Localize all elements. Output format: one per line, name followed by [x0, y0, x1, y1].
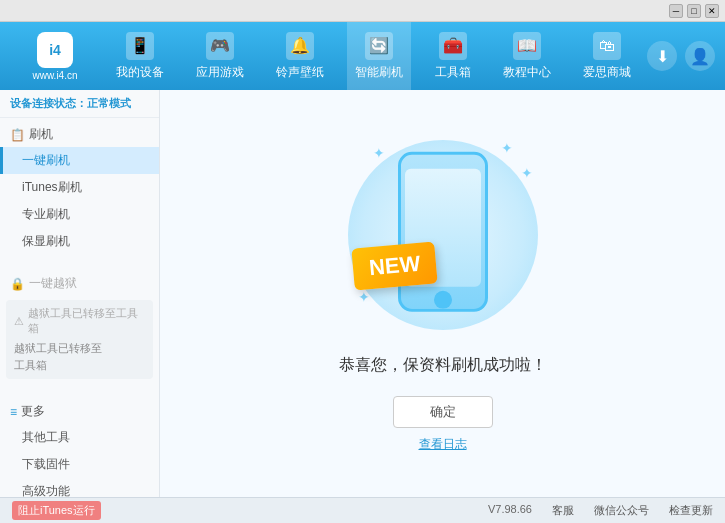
sidebar: 设备连接状态：正常模式 📋 刷机 一键刷机 iTunes刷机 专业刷机 保显刷机…: [0, 90, 160, 497]
nav-item-toolbox[interactable]: 🧰 工具箱: [427, 22, 479, 90]
nav-item-store[interactable]: 🛍 爱思商城: [575, 22, 639, 90]
nav-label-apps-games: 应用游戏: [196, 64, 244, 81]
flash-section-header: 📋 刷机: [0, 122, 159, 147]
status-value: 正常模式: [87, 97, 131, 109]
jailbreak-notice-title: ⚠ 越狱工具已转移至工具箱: [14, 306, 145, 336]
phone-home-btn: [434, 291, 452, 309]
sidebar-section-more: ≡ 更多 其他工具 下载固件 高级功能: [0, 395, 159, 497]
apps-games-icon: 🎮: [206, 32, 234, 60]
nav-items: 📱 我的设备 🎮 应用游戏 🔔 铃声壁纸 🔄 智能刷机 🧰 工具箱 📖 教程中心…: [100, 22, 647, 90]
store-icon: 🛍: [593, 32, 621, 60]
jailbreak-notice: ⚠ 越狱工具已转移至工具箱 越狱工具已转移至 工具箱: [6, 300, 153, 379]
footer-wechat[interactable]: 微信公众号: [594, 503, 649, 518]
star-3: ✦: [358, 289, 370, 305]
more-section-title: 更多: [21, 403, 45, 420]
nav-label-tutorial: 教程中心: [503, 64, 551, 81]
title-bar: ─ □ ✕: [0, 0, 725, 22]
flash-section-title: 刷机: [29, 126, 53, 143]
tutorial-icon: 📖: [513, 32, 541, 60]
footer: 阻止iTunes运行 V7.98.66 客服 微信公众号 检查更新: [0, 497, 725, 523]
content-area: ✦ ✦ ✦ ✦ NEW 恭喜您，保资料刷机成功啦！ 确定 查看日志: [160, 90, 725, 497]
maximize-btn[interactable]: □: [687, 4, 701, 18]
ringtone-icon: 🔔: [286, 32, 314, 60]
nav-label-ringtone: 铃声壁纸: [276, 64, 324, 81]
daily-link[interactable]: 查看日志: [419, 436, 467, 453]
main: 设备连接状态：正常模式 📋 刷机 一键刷机 iTunes刷机 专业刷机 保显刷机…: [0, 90, 725, 497]
footer-check-update[interactable]: 检查更新: [669, 503, 713, 518]
close-btn[interactable]: ✕: [705, 4, 719, 18]
sidebar-item-itunes-flash[interactable]: iTunes刷机: [0, 174, 159, 201]
header: i4 www.i4.cn 📱 我的设备 🎮 应用游戏 🔔 铃声壁纸 🔄 智能刷机…: [0, 22, 725, 90]
minimize-btn[interactable]: ─: [669, 4, 683, 18]
new-badge: NEW: [351, 241, 438, 290]
flash-section-icon: 📋: [10, 128, 25, 142]
nav-item-smart-flash[interactable]: 🔄 智能刷机: [347, 22, 411, 90]
nav-item-my-device[interactable]: 📱 我的设备: [108, 22, 172, 90]
nav-item-ringtone[interactable]: 🔔 铃声壁纸: [268, 22, 332, 90]
sidebar-section-jailbreak: 🔒 一键越狱 ⚠ 越狱工具已转移至工具箱 越狱工具已转移至 工具箱: [0, 267, 159, 387]
more-section-icon: ≡: [10, 405, 17, 419]
footer-left: 阻止iTunes运行: [12, 501, 488, 520]
nav-label-toolbox: 工具箱: [435, 64, 471, 81]
jailbreak-section-header: 🔒 一键越狱: [0, 271, 159, 296]
logo-area[interactable]: i4 www.i4.cn: [10, 32, 100, 81]
star-4: ✦: [521, 165, 533, 181]
status-label: 设备连接状态：: [10, 97, 87, 109]
sidebar-section-flash: 📋 刷机 一键刷机 iTunes刷机 专业刷机 保显刷机: [0, 118, 159, 259]
stop-itunes-btn[interactable]: 阻止iTunes运行: [12, 501, 101, 520]
nav-label-my-device: 我的设备: [116, 64, 164, 81]
sidebar-item-one-click-flash[interactable]: 一键刷机: [0, 147, 159, 174]
success-text: 恭喜您，保资料刷机成功啦！: [339, 355, 547, 376]
confirm-button[interactable]: 确定: [393, 396, 493, 428]
success-illustration: ✦ ✦ ✦ ✦ NEW: [343, 135, 543, 335]
nav-item-apps-games[interactable]: 🎮 应用游戏: [188, 22, 252, 90]
star-2: ✦: [501, 140, 513, 156]
sidebar-item-pro-flash[interactable]: 专业刷机: [0, 201, 159, 228]
smart-flash-icon: 🔄: [365, 32, 393, 60]
sidebar-item-advanced[interactable]: 高级功能: [0, 478, 159, 497]
sidebar-item-other-tools[interactable]: 其他工具: [0, 424, 159, 451]
more-section-header: ≡ 更多: [0, 399, 159, 424]
nav-label-store: 爱思商城: [583, 64, 631, 81]
sidebar-item-download-firmware[interactable]: 下载固件: [0, 451, 159, 478]
nav-item-tutorial[interactable]: 📖 教程中心: [495, 22, 559, 90]
jailbreak-section-title: 一键越狱: [29, 275, 77, 292]
user-btn[interactable]: 👤: [685, 41, 715, 71]
star-1: ✦: [373, 145, 385, 161]
my-device-icon: 📱: [126, 32, 154, 60]
toolbox-icon: 🧰: [439, 32, 467, 60]
jailbreak-notice-content: 越狱工具已转移至 工具箱: [14, 340, 145, 373]
footer-customer-service[interactable]: 客服: [552, 503, 574, 518]
nav-right: ⬇ 👤: [647, 41, 715, 71]
logo-text: www.i4.cn: [32, 70, 77, 81]
logo-icon: i4: [37, 32, 73, 68]
sidebar-item-save-flash[interactable]: 保显刷机: [0, 228, 159, 255]
status-bar: 设备连接状态：正常模式: [0, 90, 159, 118]
download-btn[interactable]: ⬇: [647, 41, 677, 71]
phone-illustration: [398, 151, 488, 311]
nav-label-smart-flash: 智能刷机: [355, 64, 403, 81]
lock-icon: 🔒: [10, 277, 25, 291]
footer-version: V7.98.66: [488, 503, 532, 518]
footer-right: V7.98.66 客服 微信公众号 检查更新: [488, 503, 713, 518]
